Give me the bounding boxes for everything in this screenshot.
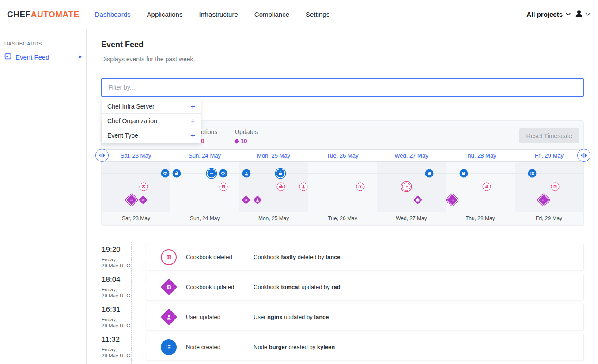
event-description: Cookbook fastly deleted by lance xyxy=(254,254,341,260)
event-time: 19:20 xyxy=(102,245,144,254)
logo-chef-text: CHEF xyxy=(7,10,31,19)
chart-event-delete-person-icon[interactable] xyxy=(299,183,308,191)
chart-event-create-node-icon[interactable] xyxy=(460,169,468,178)
expand-plus-icon[interactable]: + xyxy=(190,117,195,125)
sidebar: DASHBOARDS Event Feed xyxy=(0,29,87,364)
nav-link[interactable]: Infrastructure xyxy=(199,11,238,18)
filter-dropdown-item[interactable]: Chef Infra Server + xyxy=(102,99,201,114)
event-weekday: Friday, xyxy=(102,287,144,293)
event-time-group: 11:32 Friday, 29 May UTC xyxy=(102,335,144,359)
expand-arrow-icon[interactable] xyxy=(79,55,82,59)
filter-input[interactable] xyxy=(101,78,584,97)
filter-category-label: Chef Organization xyxy=(107,117,157,124)
event-date: 29 May UTC xyxy=(102,293,144,299)
expand-plus-icon[interactable]: + xyxy=(190,131,195,140)
sidebar-section-label: DASHBOARDS xyxy=(4,41,86,46)
day-link[interactable]: Mon, 25 May xyxy=(257,152,290,159)
chart-event-create-ellipsis-icon[interactable] xyxy=(208,169,216,178)
timescale-handle-right[interactable] xyxy=(577,149,590,162)
filter-dropdown-item[interactable]: Chef Organization + xyxy=(102,114,201,128)
nav-link[interactable]: Compliance xyxy=(254,11,289,18)
day-header-cell: Wed, 27 May xyxy=(377,150,446,161)
event-day-date: Friday, 29 May UTC xyxy=(102,257,144,269)
event-type-icon xyxy=(161,279,177,295)
chart-event-delete-ellipsis-icon[interactable] xyxy=(402,183,411,191)
nav-link[interactable]: Dashboards xyxy=(95,11,131,18)
chart-event-update-person-icon[interactable] xyxy=(254,197,261,203)
event-feed-row: 11:32 Friday, 29 May UTC Node created No… xyxy=(101,332,584,362)
timescale-handle-left[interactable] xyxy=(95,149,109,162)
page-title: Event Feed xyxy=(101,40,144,49)
chart-event-delete-bag-icon[interactable] xyxy=(277,183,285,191)
legend-count: 10 xyxy=(235,138,258,144)
chart-event-create-layers-icon[interactable] xyxy=(161,169,170,178)
projects-filter-dropdown[interactable]: All projects xyxy=(526,11,571,18)
top-navbar: CHEFAUTOMATE DashboardsApplicationsInfra… xyxy=(0,0,598,29)
user-avatar-icon xyxy=(574,9,584,20)
timeline-day-column xyxy=(515,162,583,212)
day-link[interactable]: Tue, 26 May xyxy=(327,152,359,159)
event-feed-row: 18:04 Friday, 29 May UTC Cookbook update… xyxy=(101,272,584,302)
day-link[interactable]: Thu, 28 May xyxy=(464,152,496,159)
event-day-date: Friday, 29 May UTC xyxy=(102,287,144,299)
chart-event-update-ellipsis-icon[interactable] xyxy=(540,196,548,204)
chart-event-create-list-icon[interactable] xyxy=(528,169,537,178)
event-feed-row: 19:20 Friday, 29 May UTC Cookbook delete… xyxy=(101,242,584,272)
event-day-date: Friday, 29 May UTC xyxy=(102,347,144,359)
timeline-day-header: Sat, 23 May Sun, 24 May Mon, 25 May Tue,… xyxy=(102,149,583,162)
nav-link[interactable]: Settings xyxy=(306,11,329,18)
event-time: 16:31 xyxy=(102,305,144,314)
day-header-cell: Fri, 29 May xyxy=(515,150,583,161)
axis-day-label: Wed, 27 May xyxy=(377,212,446,221)
chart-event-delete-layers-icon[interactable] xyxy=(140,183,148,191)
chart-event-create-person-icon[interactable] xyxy=(242,169,251,178)
nav-link[interactable]: Applications xyxy=(147,11,183,18)
day-header-cell: Sat, 23 May xyxy=(102,150,170,161)
axis-day-label: Fri, 29 May xyxy=(515,212,583,221)
main-nav: DashboardsApplicationsInfrastructureComp… xyxy=(95,11,330,18)
chart-event-update-ellipsis-icon[interactable] xyxy=(449,196,456,204)
user-menu[interactable] xyxy=(574,9,590,20)
chart-event-delete-badge-icon[interactable] xyxy=(356,183,365,191)
axis-day-label: Thu, 28 May xyxy=(446,212,515,221)
day-link[interactable]: Fri, 29 May xyxy=(535,152,564,159)
legend-marker-icon xyxy=(234,139,239,143)
chart-event-update-ellipsis-icon[interactable] xyxy=(128,196,136,204)
chart-event-update-bag-icon[interactable] xyxy=(415,197,421,203)
navbar-right: All projects xyxy=(526,9,590,20)
chart-event-delete-cookbook-icon[interactable] xyxy=(551,183,560,191)
axis-day-label: Sun, 24 May xyxy=(170,212,239,221)
projects-label: All projects xyxy=(526,11,563,18)
chevron-down-icon xyxy=(586,13,590,16)
day-link[interactable]: Sun, 24 May xyxy=(189,152,221,159)
axis-day-label: Sat, 23 May xyxy=(102,212,170,221)
expand-plus-icon[interactable]: + xyxy=(190,102,195,111)
chart-event-update-cookbook-icon[interactable] xyxy=(140,197,146,203)
reset-timescale-button[interactable]: Reset Timescale xyxy=(519,128,579,143)
chart-event-create-bag-icon[interactable] xyxy=(173,169,181,178)
chart-gridline xyxy=(102,187,583,187)
event-day-date: Friday, 29 May UTC xyxy=(102,317,144,329)
day-link[interactable]: Sat, 23 May xyxy=(121,152,151,159)
event-feed-list: 19:20 Friday, 29 May UTC Cookbook delete… xyxy=(101,242,584,364)
chart-event-create-node-icon[interactable] xyxy=(425,169,434,178)
day-header-cell: Tue, 26 May xyxy=(308,150,377,161)
timeline-day-column xyxy=(102,162,170,212)
event-weekday: Friday, xyxy=(102,317,144,323)
timeline-axis: Sat, 23 MaySun, 24 MayMon, 25 MayTue, 26… xyxy=(102,212,583,221)
chart-event-update-cookbook-icon[interactable] xyxy=(243,197,249,203)
chart-event-create-layers-icon[interactable] xyxy=(219,169,227,178)
day-link[interactable]: Wed, 27 May xyxy=(394,152,428,159)
event-type-icon xyxy=(161,339,177,355)
sidebar-item-event-feed[interactable]: Event Feed xyxy=(4,53,82,61)
axis-day-label: Tue, 26 May xyxy=(308,212,377,221)
event-date: 29 May UTC xyxy=(102,323,144,329)
event-weekday: Friday, xyxy=(102,257,144,263)
chart-event-create-bag-icon[interactable] xyxy=(276,169,285,178)
legend-label: Updates xyxy=(235,128,258,135)
chart-event-delete-cookbook-icon[interactable] xyxy=(220,183,228,191)
chart-event-delete-lock-icon[interactable] xyxy=(483,183,491,191)
event-weekday: Friday, xyxy=(102,347,144,353)
event-type-label: Cookbook updated xyxy=(186,284,234,290)
filter-dropdown-item[interactable]: Event Type + xyxy=(102,128,201,143)
